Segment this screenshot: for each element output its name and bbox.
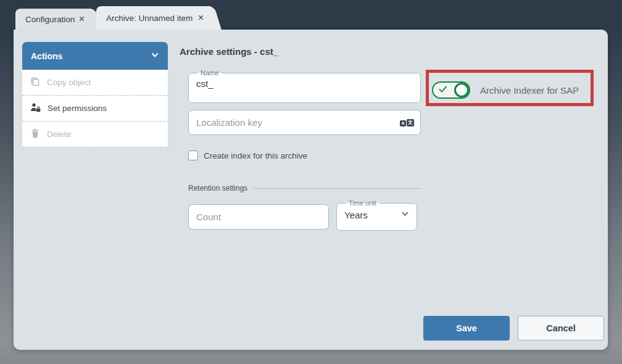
name-field-label: Name — [197, 69, 222, 77]
tab-configuration[interactable]: Configuration × — [15, 9, 92, 30]
tab-label: Archive: Unnamed item — [106, 14, 193, 23]
sap-toggle-label: Archive Indexer for SAP — [480, 85, 579, 96]
actions-menu-title: Actions — [31, 51, 62, 61]
create-index-label: Create index for this archive — [204, 151, 307, 160]
person-lock-icon — [30, 102, 41, 114]
count-field — [188, 204, 329, 230]
close-icon[interactable]: × — [77, 13, 87, 25]
trash-icon — [30, 128, 40, 140]
check-icon — [439, 85, 447, 96]
copy-icon — [30, 77, 40, 88]
save-button[interactable]: Save — [423, 316, 510, 341]
menu-item-label: Copy object — [47, 78, 91, 87]
menu-item-label: Set permissions — [48, 104, 107, 113]
chevron-down-icon — [151, 51, 159, 61]
toggle-knob — [454, 83, 469, 97]
name-input[interactable] — [196, 78, 413, 89]
sap-toggle-row: Archive Indexer for SAP — [432, 81, 579, 99]
page-title: Archive settings - cst_ — [180, 46, 278, 57]
menu-item-delete: Delete — [22, 122, 168, 147]
cancel-button[interactable]: Cancel — [518, 316, 604, 341]
actions-menu: Actions Copy object — [22, 42, 168, 147]
archive-settings-panel: Actions Copy object — [14, 30, 608, 350]
retention-settings-section: Retention settings — [188, 184, 421, 192]
section-divider — [254, 188, 421, 189]
create-index-checkbox[interactable] — [188, 151, 198, 160]
localization-key-field: A 文 — [188, 110, 421, 135]
retention-settings-label: Retention settings — [188, 184, 247, 192]
menu-item-set-permissions[interactable]: Set permissions — [22, 96, 168, 122]
count-input[interactable] — [196, 212, 322, 222]
name-field-group: Name — [188, 69, 421, 103]
create-index-row: Create index for this archive — [188, 151, 307, 160]
menu-item-copy-object: Copy object — [22, 70, 168, 96]
tab-archive-unnamed-item[interactable]: Archive: Unnamed item × — [96, 6, 211, 30]
close-icon[interactable]: × — [196, 12, 206, 24]
translate-icon[interactable]: A 文 — [400, 119, 414, 126]
time-unit-value: Years — [344, 210, 368, 220]
tab-label: Configuration — [25, 15, 75, 24]
time-unit-select[interactable]: Time unit Years — [336, 199, 417, 231]
time-unit-label: Time unit — [346, 199, 379, 207]
archive-indexer-toggle[interactable] — [432, 81, 470, 99]
localization-key-input[interactable] — [196, 117, 400, 128]
menu-item-label: Delete — [47, 130, 71, 139]
actions-menu-header[interactable]: Actions — [22, 42, 168, 70]
chevron-down-icon — [401, 209, 409, 220]
